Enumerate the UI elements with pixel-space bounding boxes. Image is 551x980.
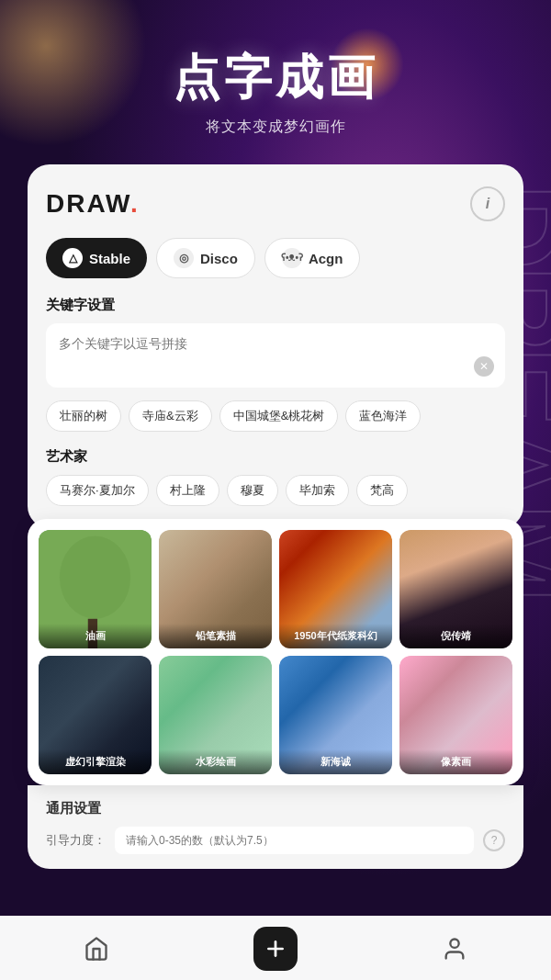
general-settings: 通用设置 引导力度： ? (28, 785, 523, 869)
add-icon (264, 937, 287, 961)
keyword-input[interactable] (59, 336, 492, 366)
artist-chip-0[interactable]: 马赛尔·夏加尔 (46, 475, 149, 506)
keyword-input-wrap[interactable]: ✕ (46, 323, 505, 388)
nav-add-button[interactable] (253, 927, 298, 971)
artist-chips: 马赛尔·夏加尔 村上隆 穆夏 毕加索 梵高 (46, 475, 505, 506)
artist-chip-3[interactable]: 毕加索 (286, 475, 349, 506)
style-item-1[interactable]: 铅笔素描 (159, 530, 272, 648)
profile-icon (442, 936, 467, 962)
tab-acgn[interactable]: ʕ•ᴥ•ʔ Acgn (264, 238, 361, 278)
style-label-7: 像素画 (399, 749, 512, 774)
general-settings-label: 通用设置 (46, 800, 505, 817)
guidance-info-icon[interactable]: ? (483, 829, 505, 851)
guidance-input[interactable] (115, 827, 474, 854)
nav-profile[interactable] (420, 929, 489, 969)
keyword-section-label: 关键字设置 (46, 297, 505, 314)
style-item-2[interactable]: 1950年代纸浆科幻 (279, 530, 392, 648)
stable-tab-label: Stable (89, 251, 130, 266)
style-item-3[interactable]: 倪传靖 (399, 530, 512, 648)
disco-tab-icon: ◎ (174, 248, 194, 268)
artist-chip-2[interactable]: 穆夏 (227, 475, 278, 506)
bottom-nav (0, 916, 551, 980)
chip-3[interactable]: 蓝色海洋 (345, 400, 421, 432)
style-grid-card: 油画 铅笔素描 1950年代纸浆科幻 倪传靖 虚幻引擎渲染 水彩绘画 (28, 519, 523, 785)
style-item-6[interactable]: 新海诚 (279, 656, 392, 774)
style-item-5[interactable]: 水彩绘画 (159, 656, 272, 774)
artist-chip-1[interactable]: 村上隆 (156, 475, 219, 506)
tab-disco[interactable]: ◎ Disco (156, 238, 255, 278)
artist-section-label: 艺术家 (46, 448, 505, 466)
tab-stable[interactable]: △ Stable (46, 238, 147, 278)
style-item-7[interactable]: 像素画 (399, 656, 512, 774)
page-subtitle: 将文本变成梦幻画作 (173, 118, 378, 137)
chip-2[interactable]: 中国城堡&桃花树 (219, 400, 339, 432)
clear-button[interactable]: ✕ (474, 356, 494, 377)
style-label-6: 新海诚 (279, 749, 392, 774)
acgn-tab-icon: ʕ•ᴥ•ʔ (282, 248, 302, 268)
nav-home[interactable] (62, 929, 131, 969)
keyword-chips: 壮丽的树 寺庙&云彩 中国城堡&桃花树 蓝色海洋 (46, 400, 505, 432)
card-title: DRAW. (46, 189, 140, 219)
svg-point-2 (451, 939, 459, 947)
info-button[interactable]: i (470, 186, 505, 221)
tabs-container: △ Stable ◎ Disco ʕ•ᴥ•ʔ Acgn (46, 238, 505, 278)
style-label-5: 水彩绘画 (159, 749, 272, 774)
header: 点字成画 将文本变成梦幻画作 (154, 0, 397, 164)
style-label-4: 虚幻引擎渲染 (39, 749, 152, 774)
stable-tab-icon: △ (62, 248, 83, 268)
acgn-tab-label: Acgn (309, 251, 343, 266)
settings-row: 引导力度： ? (46, 827, 505, 854)
chip-1[interactable]: 寺庙&云彩 (129, 400, 212, 432)
card-header: DRAW. i (46, 186, 505, 221)
home-icon (84, 936, 109, 962)
style-label-3: 倪传靖 (399, 624, 512, 648)
main-card: DRAW. i △ Stable ◎ Disco ʕ•ᴥ•ʔ Acgn 关键字设… (28, 164, 523, 528)
artist-chip-4[interactable]: 梵高 (356, 475, 408, 506)
style-item-4[interactable]: 虚幻引擎渲染 (39, 656, 152, 774)
guidance-label: 引导力度： (46, 832, 106, 849)
style-label-2: 1950年代纸浆科幻 (279, 624, 392, 648)
style-label-0: 油画 (39, 624, 152, 648)
chip-0[interactable]: 壮丽的树 (46, 400, 121, 432)
style-label-1: 铅笔素描 (159, 624, 272, 648)
page-title: 点字成画 (173, 46, 378, 110)
style-grid: 油画 铅笔素描 1950年代纸浆科幻 倪传靖 虚幻引擎渲染 水彩绘画 (39, 530, 512, 774)
style-item-0[interactable]: 油画 (39, 530, 152, 648)
disco-tab-label: Disco (200, 251, 238, 266)
